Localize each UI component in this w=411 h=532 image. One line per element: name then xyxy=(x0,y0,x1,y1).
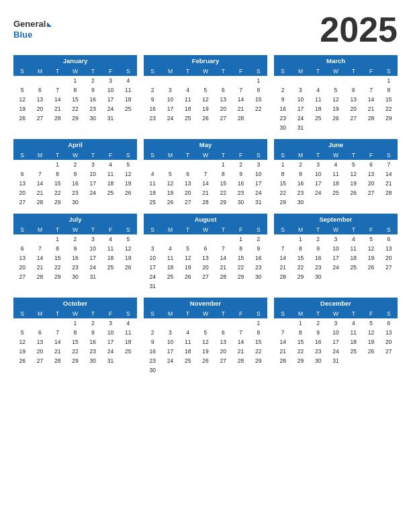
day-of-week-header: S xyxy=(144,309,161,318)
calendar-day xyxy=(197,318,214,328)
calendar-day: 3 xyxy=(84,160,101,169)
calendar-day: 4 xyxy=(144,169,161,179)
calendar-day: 1 xyxy=(380,76,398,85)
day-of-week-header: S xyxy=(120,150,137,160)
day-of-week-header: T xyxy=(345,309,362,318)
calendar-day: 12 xyxy=(345,169,362,179)
calendar-day: 7 xyxy=(362,85,379,95)
calendar-day: 10 xyxy=(291,95,309,104)
calendar-day: 9 xyxy=(84,85,101,95)
calendar-day: 26 xyxy=(120,263,137,272)
calendar-day xyxy=(274,76,291,85)
calendar-day: 20 xyxy=(31,104,48,114)
month-table-august: SMTWTFS123456789101112131415161718192021… xyxy=(144,225,267,291)
day-of-week-header: M xyxy=(161,225,179,234)
calendar-day: 28 xyxy=(214,272,232,281)
calendar-day: 24 xyxy=(327,347,345,356)
calendar-day: 31 xyxy=(327,356,345,365)
calendar-day xyxy=(214,76,232,85)
calendar-day: 27 xyxy=(13,272,31,281)
day-of-week-header: S xyxy=(144,66,161,76)
calendar-day: 11 xyxy=(345,328,362,337)
calendar-day: 25 xyxy=(179,114,197,123)
calendar-day: 8 xyxy=(49,244,66,253)
day-of-week-header: F xyxy=(101,150,119,160)
calendar-day: 10 xyxy=(250,169,267,179)
calendar-day xyxy=(144,76,161,85)
day-of-week-header: S xyxy=(380,66,398,76)
calendar-day: 1 xyxy=(66,76,84,85)
calendar-day: 5 xyxy=(13,328,31,337)
calendar-day: 1 xyxy=(49,160,66,169)
calendar-day: 11 xyxy=(327,169,345,179)
calendar-day xyxy=(144,160,161,169)
calendar-day: 24 xyxy=(250,188,267,197)
calendar-day xyxy=(31,318,48,328)
month-header-june: June xyxy=(274,139,398,150)
day-of-week-header: S xyxy=(13,225,31,234)
day-of-week-header: T xyxy=(179,66,197,76)
day-of-week-header: W xyxy=(66,66,84,76)
calendar-day xyxy=(250,365,267,375)
calendar-day: 27 xyxy=(345,114,362,123)
calendar-day: 21 xyxy=(49,104,66,114)
day-of-week-header: F xyxy=(101,225,119,234)
day-of-week-header: M xyxy=(291,66,309,76)
month-block-march: MarchSMTWTFS1234567891011121314151617181… xyxy=(274,55,398,132)
month-header-may: May xyxy=(144,139,267,150)
day-of-week-header: T xyxy=(49,66,66,76)
calendar-day: 8 xyxy=(250,85,267,95)
calendar-day: 17 xyxy=(84,253,101,263)
day-of-week-header: T xyxy=(345,66,362,76)
calendar-day xyxy=(13,234,31,244)
calendar-day: 9 xyxy=(310,328,327,337)
calendar-day: 12 xyxy=(179,253,197,263)
calendar-day xyxy=(362,272,379,281)
calendar-day: 21 xyxy=(214,263,232,272)
calendar-day: 22 xyxy=(214,188,232,197)
calendar-day: 21 xyxy=(380,179,398,188)
calendar-day: 13 xyxy=(179,179,197,188)
calendar-day: 30 xyxy=(66,197,84,207)
calendar-day: 16 xyxy=(291,179,309,188)
calendar-day: 18 xyxy=(345,253,362,263)
calendar-day xyxy=(49,76,66,85)
calendar-day: 20 xyxy=(179,188,197,197)
day-of-week-header: S xyxy=(274,150,291,160)
day-of-week-header: T xyxy=(214,225,232,234)
day-of-week-header: T xyxy=(179,150,197,160)
calendar-day: 20 xyxy=(214,104,232,114)
calendar-day: 8 xyxy=(66,85,84,95)
day-of-week-header: S xyxy=(250,309,267,318)
month-table-june: SMTWTFS123456789101112131415161718192021… xyxy=(274,150,398,207)
calendar-day: 18 xyxy=(310,104,327,114)
day-of-week-header: S xyxy=(120,66,137,76)
day-of-week-header: F xyxy=(232,225,249,234)
calendar-day: 30 xyxy=(84,356,101,365)
calendar-day: 14 xyxy=(232,337,249,347)
calendar-day xyxy=(214,281,232,291)
calendar-day xyxy=(179,234,197,244)
calendar-day: 1 xyxy=(49,234,66,244)
month-table-july: SMTWTFS123456789101112131415161718192021… xyxy=(13,225,137,281)
calendar-day: 15 xyxy=(380,95,398,104)
calendar-day: 26 xyxy=(13,356,31,365)
calendar-day: 28 xyxy=(197,197,214,207)
calendar-day: 13 xyxy=(197,253,214,263)
calendar-day: 3 xyxy=(291,85,309,95)
calendar-day: 29 xyxy=(274,197,291,207)
calendar-day xyxy=(101,272,119,281)
calendar-day: 24 xyxy=(101,347,119,356)
calendar-day: 15 xyxy=(291,337,309,347)
calendar-day: 23 xyxy=(310,263,327,272)
calendar-day: 9 xyxy=(144,337,161,347)
day-of-week-header: T xyxy=(179,309,197,318)
calendar-day: 8 xyxy=(274,169,291,179)
calendar-day: 16 xyxy=(144,104,161,114)
calendar-day: 30 xyxy=(310,272,327,281)
calendar-day: 24 xyxy=(84,188,101,197)
calendar-day: 13 xyxy=(380,328,398,337)
calendar-day: 20 xyxy=(13,188,31,197)
month-table-september: SMTWTFS123456789101112131415161718192021… xyxy=(274,225,398,281)
calendar-day xyxy=(161,160,179,169)
